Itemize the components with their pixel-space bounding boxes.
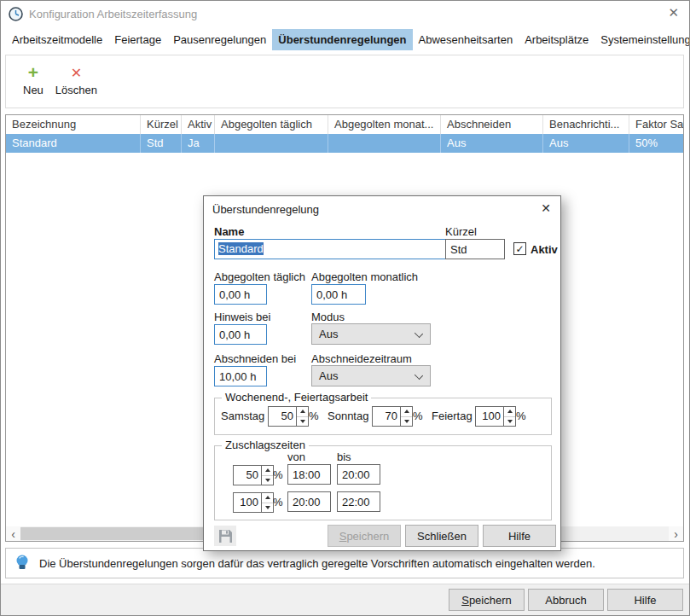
neu-button[interactable]: + Neu <box>18 61 49 98</box>
sonntag-spinner[interactable]: 70 <box>372 406 413 427</box>
samstag-percent: % <box>309 410 319 422</box>
feiertag-value: 100 <box>476 407 503 426</box>
dialog-hilfe-button[interactable]: Hilfe <box>483 525 556 547</box>
hinweis-bei-input[interactable] <box>214 324 267 345</box>
delete-icon: ✕ <box>71 63 82 82</box>
col-benachrichtigung[interactable]: Benachrichti... <box>543 115 629 134</box>
spin-up-icon[interactable] <box>262 466 273 476</box>
abschneiden-bei-label: Abschneiden bei <box>214 352 296 365</box>
speichern-label: peichern <box>469 594 512 607</box>
sonntag-percent: % <box>413 410 423 422</box>
hinweis-bei-label: Hinweis bei <box>214 311 270 323</box>
samstag-label: Samstag <box>221 410 264 422</box>
col-aktiv[interactable]: Aktiv <box>182 115 215 134</box>
tab-feiertage[interactable]: Feiertage <box>108 29 167 50</box>
cell-abgegolten-monatlich <box>328 134 441 153</box>
speichern-button[interactable]: Speichern <box>449 589 525 611</box>
kuerzel-input[interactable] <box>445 239 505 259</box>
dialog-schliessen-label: Schließen <box>417 530 467 543</box>
zuschlag-row2-percent-value: 100 <box>234 493 261 512</box>
window-title: Konfiguration Arbeitszeiterfassung <box>29 8 197 20</box>
dialog-speichern-label: peichern <box>346 530 389 543</box>
cell-bezeichnung: Standard <box>6 134 141 153</box>
spin-up-icon[interactable] <box>262 493 273 503</box>
main-window: Konfiguration Arbeitszeiterfassung ✕ Arb… <box>0 0 690 616</box>
bottom-button-bar: Speichern Abbruch Hilfe <box>1 584 689 615</box>
modus-combobox[interactable]: Aus <box>311 323 431 345</box>
zuschlag-row1-bis-input[interactable] <box>337 464 380 485</box>
zuschlag-row2-percent: % <box>273 496 283 508</box>
feiertag-spinner[interactable]: 100 <box>475 406 516 427</box>
tab-systemeinstellungen[interactable]: Systemeinstellungen <box>594 29 690 50</box>
scroll-left-icon[interactable]: ‹ <box>6 526 20 541</box>
lightbulb-icon <box>15 554 29 572</box>
save-tool-button[interactable] <box>214 526 236 546</box>
wochenend-group-title: Wochenend-, Feiertagsarbeit <box>222 391 371 404</box>
spin-down-icon[interactable] <box>262 503 273 513</box>
abschneidezeitraum-value: Aus <box>319 369 338 382</box>
col-abgegolten-monatlich[interactable]: Abgegolten monat... <box>328 115 441 134</box>
zuschlag-row1-spinner[interactable]: 50 <box>233 465 274 485</box>
cell-abschneiden: Aus <box>441 134 543 153</box>
tab-bar: Arbeitszeitmodelle Feiertage Pausenregel… <box>3 27 687 51</box>
dialog-close-icon[interactable]: ✕ <box>541 201 551 215</box>
neu-button-label: Neu <box>23 84 43 96</box>
wochenend-groupbox: Wochenend-, Feiertagsarbeit Samstag 50 %… <box>214 398 552 435</box>
cell-benachrichtigung: Aus <box>543 134 629 153</box>
zuschlag-row2-von-input[interactable] <box>287 491 331 512</box>
zuschlag-row1-percent-value: 50 <box>234 466 261 485</box>
abschneiden-bei-input[interactable] <box>214 366 267 386</box>
abschneidezeitraum-combobox[interactable]: Aus <box>311 365 431 386</box>
dialog-title-bar: Überstundenregelung ✕ <box>204 196 560 222</box>
zuschlag-row2-bis-input[interactable] <box>337 491 380 512</box>
info-text: Die Überstundenregelungen sorgen dafür d… <box>39 557 595 570</box>
tab-abwesenheitsarten[interactable]: Abwesenheitsarten <box>413 29 519 50</box>
scroll-right-icon[interactable]: › <box>669 526 683 541</box>
name-input[interactable]: Standard <box>214 239 467 259</box>
app-clock-icon <box>9 7 23 21</box>
tab-pausenregelungen[interactable]: Pausenregelungen <box>167 29 272 50</box>
col-abschneiden[interactable]: Abschneiden <box>441 115 543 134</box>
zuschlag-row1-von-input[interactable] <box>287 464 331 485</box>
aktiv-label: Aktiv <box>531 243 558 256</box>
abgegolten-monatlich-input[interactable] <box>311 284 366 305</box>
title-bar: Konfiguration Arbeitszeiterfassung ✕ <box>1 1 689 26</box>
samstag-spinner[interactable]: 50 <box>268 406 309 427</box>
window-close-icon[interactable]: ✕ <box>668 5 679 20</box>
hilfe-button[interactable]: Hilfe <box>607 589 683 611</box>
modus-value: Aus <box>319 328 338 340</box>
col-abgegolten-taeglich[interactable]: Abgegolten täglich <box>215 115 328 134</box>
dialog-speichern-button[interactable]: Speichern <box>328 525 401 547</box>
spin-down-icon[interactable] <box>504 417 515 427</box>
floppy-disk-icon <box>218 529 233 543</box>
spin-up-icon[interactable] <box>401 407 412 417</box>
spin-up-icon[interactable] <box>297 407 308 417</box>
tab-ueberstundenregelungen[interactable]: Überstundenregelungen <box>272 29 412 50</box>
spin-down-icon[interactable] <box>401 417 412 427</box>
spin-down-icon[interactable] <box>262 476 273 485</box>
toolbar: + Neu ✕ Löschen <box>5 55 684 108</box>
tab-arbeitsplaetze[interactable]: Arbeitsplätze <box>519 29 594 50</box>
plus-icon: + <box>28 63 38 82</box>
chevron-down-icon <box>415 329 423 338</box>
hilfe-label: Hilfe <box>634 594 656 607</box>
abgegolten-taeglich-input[interactable] <box>214 284 267 305</box>
check-icon: ✓ <box>515 244 524 254</box>
spin-up-icon[interactable] <box>504 407 515 417</box>
tab-arbeitszeitmodelle[interactable]: Arbeitszeitmodelle <box>6 29 108 50</box>
zuschlagszeiten-group-title: Zuschlagszeiten <box>222 439 309 451</box>
loeschen-button[interactable]: ✕ Löschen <box>50 61 102 98</box>
abbruch-button[interactable]: Abbruch <box>528 589 604 611</box>
aktiv-checkbox[interactable]: ✓ <box>513 242 526 255</box>
sonntag-label: Sonntag <box>328 410 368 422</box>
abgegolten-monatlich-label: Abgegolten monatlich <box>311 270 418 283</box>
table-row[interactable]: Standard Std Ja Aus Aus 50% <box>6 134 683 153</box>
col-bezeichnung[interactable]: Bezeichnung <box>6 115 141 134</box>
col-kuerzel[interactable]: Kürzel <box>141 115 182 134</box>
feiertag-percent: % <box>516 410 526 422</box>
zuschlag-row2-spinner[interactable]: 100 <box>233 492 274 513</box>
dialog-schliessen-button[interactable]: Schließen <box>405 525 478 547</box>
abschneidezeitraum-label: Abschneidezeitraum <box>311 352 412 365</box>
col-faktor-sa[interactable]: Faktor Sa <box>629 115 683 134</box>
spin-down-icon[interactable] <box>297 417 308 427</box>
